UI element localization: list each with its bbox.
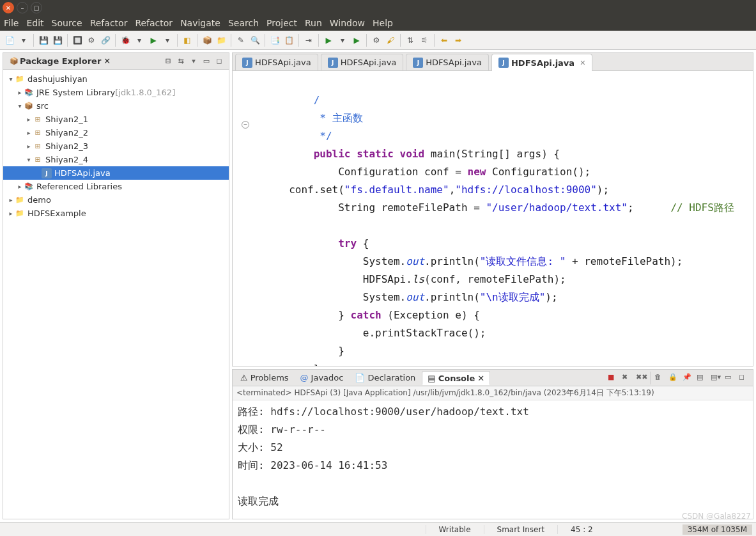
debug-icon[interactable]: 🐞 [120,35,131,46]
watermark: CSDN @Gala8227 [682,512,751,521]
menu-navigate[interactable]: Navigate [180,18,220,28]
pkg-shiyan2-4[interactable]: ▾⊞Shiyan2_4 [3,153,229,166]
tab-declaration[interactable]: 📄Declaration [350,371,420,385]
close-icon[interactable]: ✕ [3,2,14,13]
menu-window[interactable]: Window [330,18,365,28]
debug-drop-icon[interactable]: ▾ [134,35,145,46]
pkg-shiyan2-1[interactable]: ▸⊞Shiyan2_1 [3,113,229,126]
display-icon[interactable]: ▤ [697,373,707,383]
tab-problems[interactable]: ⚠Problems [235,371,294,385]
open-type-icon[interactable]: 🔲 [72,35,83,46]
fwd-icon[interactable]: ➡ [452,35,464,46]
project-node[interactable]: ▾📁dashujushiyan [3,72,229,86]
maximize-view-icon[interactable]: ◻ [213,56,225,67]
remove-all-icon[interactable]: ✖✖ [636,373,646,383]
status-insert: Smart Insert [484,525,558,534]
step-icon[interactable]: ⇥ [303,35,314,46]
scroll-lock-icon[interactable]: 🔒 [668,373,679,383]
project-hdfsexample[interactable]: ▸📁HDFSExample [3,207,229,220]
wand-icon[interactable]: ✎ [235,35,247,46]
tab-2[interactable]: JHDFSApi.java [406,54,489,70]
build-icon[interactable]: ⚙ [86,35,97,46]
new-pkg-icon[interactable]: 📁 [215,35,227,46]
editor-tabs: JHDFSApi.java JHDFSApi.java JHDFSApi.jav… [233,53,753,71]
search-icon[interactable]: 🔍 [249,35,261,46]
menu-edit[interactable]: Edit [26,18,43,28]
link-editor-icon[interactable]: ⇆ [175,56,187,67]
menu-project[interactable]: Project [266,18,297,28]
statusbar: Writable Smart Insert 45 : 2 354M of 103… [0,522,756,536]
menu-file[interactable]: File [4,18,19,28]
tab-3-active[interactable]: JHDFSApi.java✕ [491,54,592,71]
heap-status[interactable]: 354M of 1035M [683,524,752,535]
back-icon[interactable]: ⬅ [438,35,450,46]
terminate-icon[interactable]: ■ [608,373,618,383]
gear-icon[interactable]: ⚙ [371,35,382,46]
clear-console-icon[interactable]: 🗑 [654,373,665,383]
close-icon[interactable]: ✕ [477,374,484,383]
tab-console[interactable]: ▤Console ✕ [422,371,490,385]
pkg-icon: 📦 [8,56,20,67]
filter-icon[interactable]: ⚟ [419,35,430,46]
remove-launch-icon[interactable]: ✖ [622,373,632,383]
file-hdfsapi[interactable]: JHDFSApi.java [3,166,229,180]
menu-help[interactable]: Help [373,18,393,28]
save-all-icon[interactable]: 💾 [52,35,63,46]
min-icon[interactable]: ▭ [725,373,735,383]
menu-search[interactable]: Search [228,18,259,28]
max-icon[interactable]: ◻ [739,373,749,383]
menubar: File Edit Source Refactor Refactor Navig… [0,15,756,31]
menu-refactor[interactable]: Refactor [90,18,128,28]
tab-javadoc[interactable]: @Javadoc [295,371,349,385]
run2-drop-icon[interactable]: ▾ [337,35,348,46]
pkg-shiyan2-3[interactable]: ▸⊞Shiyan2_3 [3,139,229,153]
bookmark-icon[interactable]: 📑 [269,35,281,46]
sort-icon[interactable]: ⇅ [405,35,416,46]
task-icon[interactable]: 📋 [283,35,295,46]
console-output[interactable]: 路径: hdfs://localhost:9000/user/hadoop/te… [233,400,753,519]
maximize-icon[interactable]: ▢ [31,2,42,13]
project-demo[interactable]: ▸📁demo [3,193,229,207]
package-explorer-title: Package Explorer [20,56,101,66]
fold-icon[interactable]: – [242,121,249,129]
titlebar: ✕ – ▢ [0,0,756,15]
brush-icon[interactable]: 🖌 [385,35,396,46]
view-menu-icon[interactable]: ▾ [188,56,199,67]
package-tree[interactable]: ▾📁dashujushiyan ▸📚JRE System Library [jd… [3,70,229,519]
collapse-all-icon[interactable]: ⊟ [162,56,174,67]
save-icon[interactable]: 💾 [38,35,49,46]
close-icon[interactable]: ✕ [580,59,585,67]
tab-0[interactable]: JHDFSApi.java [235,54,318,70]
link-icon[interactable]: 🔗 [100,35,111,46]
code-editor[interactable]: – / * 主函数 */ public static void main(Str… [233,71,753,366]
reflib-node[interactable]: ▸📚Referenced Libraries [3,180,229,193]
pin-icon[interactable]: 📌 [683,373,693,383]
package-explorer-header: 📦 Package Explorer ✕ ⊟ ⇆ ▾ ▭ ◻ [3,53,229,70]
menu-source[interactable]: Source [52,18,82,28]
minimize-icon[interactable]: – [17,2,28,13]
menu-refactor-2[interactable]: Refactor [135,18,173,28]
coverage-icon[interactable]: ◧ [181,35,193,46]
toolbar: 📄▾ 💾 💾 🔲 ⚙ 🔗 🐞 ▾ ▶ ▾ ◧ 📦 📁 ✎ 🔍 📑 📋 ⇥ ▶ ▾… [0,31,756,50]
status-writable: Writable [426,525,484,534]
open-console-icon[interactable]: ▤▾ [711,373,721,383]
tab-1[interactable]: JHDFSApi.java [321,54,404,70]
run-icon[interactable]: ▶ [148,35,159,46]
status-cursor: 45 : 2 [557,525,606,534]
src-node[interactable]: ▾📦src [3,99,229,113]
new-icon[interactable]: 📄 [4,35,15,46]
bottom-tabs: ⚠Problems @Javadoc 📄Declaration ▤Console… [233,370,753,386]
minimize-view-icon[interactable]: ▭ [201,56,212,67]
ext-run-icon[interactable]: ▶ [351,35,362,46]
new-class-icon[interactable]: 📦 [201,35,213,46]
run-drop-icon[interactable]: ▾ [162,35,173,46]
console-header: <terminated> HDFSApi (3) [Java Applicati… [233,386,753,400]
menu-run[interactable]: Run [305,18,322,28]
dropdown-icon[interactable]: ▾ [18,35,29,46]
run2-icon[interactable]: ▶ [323,35,334,46]
pkg-shiyan2-2[interactable]: ▸⊞Shiyan2_2 [3,126,229,139]
jre-node[interactable]: ▸📚JRE System Library [jdk1.8.0_162] [3,86,229,99]
